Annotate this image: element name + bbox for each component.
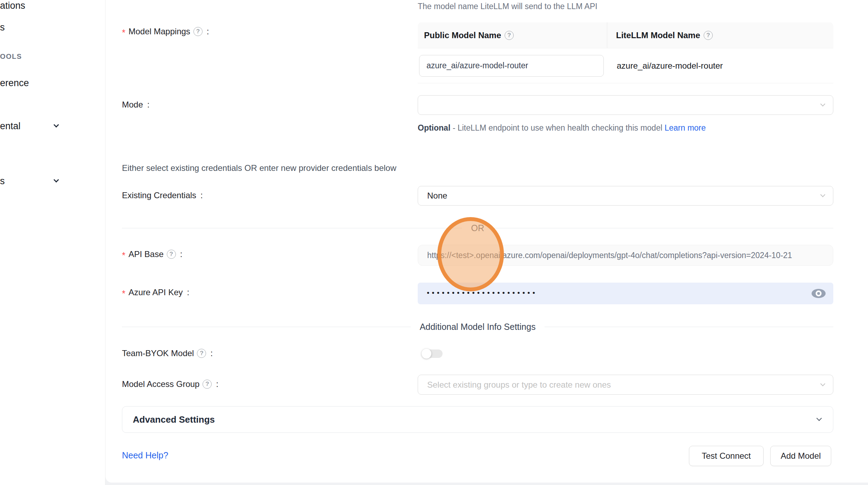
existing-credentials-label: Existing Credentials [122, 190, 203, 200]
column-header-litellm-model-name: LiteLLM Model Name [607, 22, 833, 48]
table-row: azure_ai/azure-model-router [418, 48, 833, 83]
mode-help-text: Optional - LiteLLM endpoint to use when … [418, 121, 719, 135]
model-mappings-label: Model Mappings [122, 27, 209, 36]
required-asterisk [122, 287, 125, 297]
model-mappings-table: Public Model Name LiteLLM Model Name azu… [418, 22, 833, 83]
required-asterisk [122, 27, 125, 36]
learn-more-link[interactable]: Learn more [664, 123, 706, 132]
help-icon[interactable] [167, 250, 176, 259]
required-asterisk [122, 249, 125, 259]
chevron-down-icon [820, 102, 825, 106]
additional-settings-divider: Additional Model Info Settings [122, 320, 833, 334]
toggle-knob [422, 349, 431, 359]
litellm-model-name-value: azure_ai/azure-model-router [617, 61, 723, 71]
sidebar-section-tools: OOLS [0, 53, 22, 61]
chevron-down-icon [820, 192, 825, 197]
chevron-down-icon[interactable] [54, 122, 59, 128]
team-byok-label: Team-BYOK Model [122, 348, 213, 358]
sidebar-item-experimental[interactable]: ental [0, 121, 21, 132]
azure-api-key-input[interactable]: •••••••••••••••••••••• [418, 283, 833, 304]
sidebar: ations s OOLS erence ental s [0, 0, 105, 485]
model-access-group-select[interactable]: Select existing groups or type to create… [418, 375, 833, 395]
sidebar-item-settings[interactable]: s [0, 176, 5, 187]
public-model-name-input[interactable] [419, 55, 604, 77]
model-access-group-label: Model Access Group [122, 379, 218, 389]
api-base-label: API Base [122, 249, 182, 259]
credentials-note: Either select existing credentials OR en… [122, 163, 396, 173]
need-help-link[interactable]: Need Help? [122, 450, 168, 460]
help-icon[interactable] [203, 380, 212, 389]
chevron-down-icon [816, 416, 822, 421]
advanced-settings-panel[interactable]: Advanced Settings [122, 406, 833, 433]
masked-password-value: •••••••••••••••••••••• [427, 289, 538, 297]
api-base-input[interactable]: https://<test>.openai.azure.com/openai/d… [418, 245, 833, 266]
eye-icon[interactable] [811, 287, 826, 299]
or-divider: OR [122, 221, 833, 235]
model-name-help-text: The model name LiteLLM will send to the … [418, 2, 597, 11]
team-byok-toggle[interactable] [422, 349, 443, 358]
chevron-down-icon[interactable] [54, 177, 59, 183]
table-header: Public Model Name LiteLLM Model Name [418, 22, 833, 48]
mode-select[interactable] [418, 95, 833, 115]
existing-credentials-select[interactable]: None [418, 186, 833, 206]
chevron-down-icon [820, 381, 825, 386]
help-icon[interactable] [704, 31, 713, 40]
azure-api-key-label: Azure API Key [122, 287, 189, 297]
sidebar-item-models[interactable]: s [0, 22, 5, 33]
add-model-button[interactable]: Add Model [770, 446, 831, 466]
mode-label: Mode [122, 100, 150, 110]
sidebar-item-organizations[interactable]: ations [0, 0, 25, 11]
sidebar-item-inference[interactable]: erence [0, 78, 29, 89]
help-icon[interactable] [193, 27, 203, 36]
column-header-public-model-name: Public Model Name [418, 22, 607, 48]
help-icon[interactable] [505, 31, 514, 40]
add-model-page: ations s OOLS erence ental s The model n… [0, 0, 868, 485]
help-icon[interactable] [197, 349, 206, 358]
test-connect-button[interactable]: Test Connect [689, 446, 764, 466]
